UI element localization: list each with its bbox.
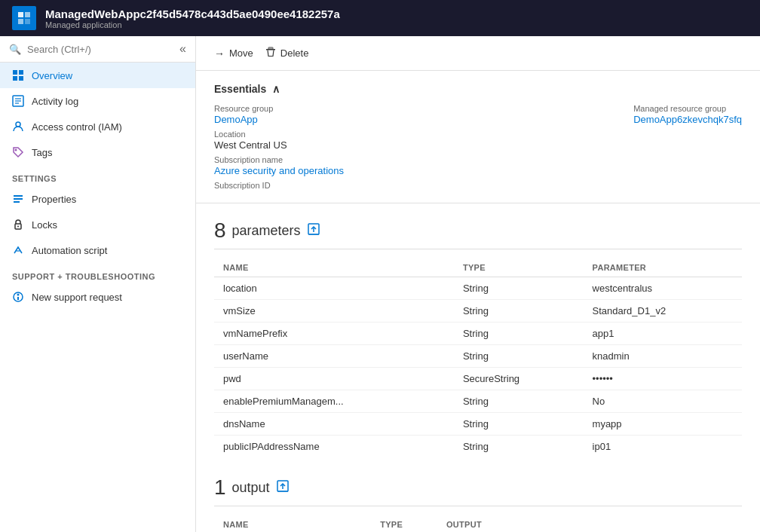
top-header: ManagedWebAppc2f45d5478c443d5ae0490ee418… <box>0 0 760 36</box>
table-row: enablePremiumManagem... String No <box>214 390 742 413</box>
param-value: ip01 <box>584 436 742 458</box>
param-type: String <box>454 413 584 436</box>
table-row: publicIPAddressName String ip01 <box>214 436 742 458</box>
essentials-header[interactable]: Essentials ∧ <box>214 83 742 95</box>
managed-rg-label: Managed resource group <box>633 104 742 113</box>
table-row: pwd SecureString •••••• <box>214 368 742 390</box>
param-name: vmNamePrefix <box>214 323 454 345</box>
outputs-count: 1 <box>214 475 226 500</box>
param-type: SecureString <box>454 368 584 390</box>
subscription-name-field: Subscription name Azure security and ope… <box>214 155 344 176</box>
param-type: String <box>454 345 584 368</box>
subscription-id-field: Subscription ID <box>214 181 344 191</box>
param-value: knadmin <box>584 345 742 368</box>
outputs-label: output <box>232 480 270 496</box>
table-row: vmSize String Standard_D1_v2 <box>214 300 742 323</box>
svg-rect-14 <box>14 195 23 197</box>
svg-rect-7 <box>19 76 23 81</box>
col-out-output: OUTPUT <box>437 515 742 532</box>
svg-point-21 <box>17 294 20 296</box>
sidebar-item-overview[interactable]: Overview <box>0 63 195 88</box>
subscription-name-value[interactable]: Azure security and operations <box>214 165 344 176</box>
activity-log-icon <box>12 95 24 107</box>
essentials-content: Resource group DemoApp Location West Cen… <box>214 104 742 191</box>
delete-label: Delete <box>280 47 309 59</box>
sidebar-item-activity-log[interactable]: Activity log <box>0 88 195 114</box>
parameters-export-icon[interactable] <box>307 222 320 239</box>
col-name: NAME <box>214 258 454 277</box>
param-value: app1 <box>584 323 742 345</box>
resource-group-label: Resource group <box>214 104 344 113</box>
parameters-title: 8 parameters <box>214 219 742 249</box>
param-value: No <box>584 390 742 413</box>
param-type: String <box>454 390 584 413</box>
svg-point-13 <box>15 149 17 151</box>
sidebar-item-locks[interactable]: Locks <box>0 212 195 237</box>
svg-rect-4 <box>13 70 17 75</box>
search-box: 🔍 « <box>0 36 195 63</box>
col-out-type: TYPE <box>371 515 437 532</box>
svg-rect-3 <box>25 19 30 24</box>
sidebar-item-properties[interactable]: Properties <box>0 186 195 212</box>
delete-button[interactable]: Delete <box>265 44 309 63</box>
support-section-header: SUPPORT + TROUBLESHOOTING <box>0 263 195 284</box>
col-type: TYPE <box>454 258 584 277</box>
param-type: String <box>454 300 584 323</box>
essentials-section: Essentials ∧ Resource group DemoApp Loca… <box>196 71 760 203</box>
support-label: New support request <box>32 292 122 303</box>
managed-rg-value[interactable]: DemoApp6zkevchqk7sfq <box>633 114 742 125</box>
header-title: ManagedWebAppc2f45d5478c443d5ae0490ee418… <box>45 8 340 29</box>
param-name: vmSize <box>214 300 454 323</box>
access-control-icon <box>12 121 24 133</box>
svg-point-18 <box>17 226 19 228</box>
search-icon: 🔍 <box>9 44 21 55</box>
table-row: vmNamePrefix String app1 <box>214 323 742 345</box>
collapse-button[interactable]: « <box>179 42 186 56</box>
move-label: Move <box>229 47 253 59</box>
parameters-count: 8 <box>214 219 226 243</box>
param-name: location <box>214 277 454 300</box>
svg-rect-22 <box>17 297 19 300</box>
table-row: userName String knadmin <box>214 345 742 368</box>
param-value: •••••• <box>584 368 742 390</box>
properties-icon <box>12 193 24 205</box>
param-type: String <box>454 436 584 458</box>
param-type: String <box>454 323 584 345</box>
sidebar-item-support[interactable]: New support request <box>0 284 195 310</box>
col-parameter: PARAMETER <box>584 258 742 277</box>
support-icon <box>12 291 24 303</box>
location-label: Location <box>214 130 344 139</box>
tags-label: Tags <box>32 147 52 158</box>
resource-group-field: Resource group DemoApp <box>214 104 344 125</box>
outputs-table: NAME TYPE OUTPUT applicationEndpoint Str… <box>214 515 742 532</box>
resource-group-value[interactable]: DemoApp <box>214 114 344 125</box>
app-type: Managed application <box>45 20 340 29</box>
essentials-title: Essentials <box>214 83 266 95</box>
sidebar-item-access-control[interactable]: Access control (IAM) <box>0 114 195 139</box>
sidebar-item-automation[interactable]: Automation script <box>0 237 195 263</box>
sidebar-item-tags[interactable]: Tags <box>0 139 195 165</box>
locks-label: Locks <box>32 219 57 231</box>
svg-rect-5 <box>19 70 23 75</box>
managed-rg-field: Managed resource group DemoApp6zkevchqk7… <box>633 104 742 125</box>
outputs-export-icon[interactable] <box>276 479 290 496</box>
param-value: westcentralus <box>584 277 742 300</box>
essentials-left: Resource group DemoApp Location West Cen… <box>214 104 344 191</box>
param-name: dnsName <box>214 413 454 436</box>
outputs-title: 1 output <box>214 475 742 506</box>
param-type: String <box>454 277 584 300</box>
overview-label: Overview <box>32 70 72 81</box>
param-value: Standard_D1_v2 <box>584 300 742 323</box>
access-control-label: Access control (IAM) <box>32 121 122 133</box>
param-name: userName <box>214 345 454 368</box>
automation-icon <box>12 244 24 256</box>
delete-icon <box>265 47 276 60</box>
parameters-label: parameters <box>232 223 301 239</box>
activity-log-label: Activity log <box>32 96 78 107</box>
subscription-name-label: Subscription name <box>214 155 344 164</box>
search-input[interactable] <box>27 44 173 55</box>
move-button[interactable]: → Move <box>214 44 253 63</box>
locks-icon <box>12 219 24 231</box>
sidebar: 🔍 « Overview <box>0 36 196 532</box>
col-out-name: NAME <box>214 515 371 532</box>
